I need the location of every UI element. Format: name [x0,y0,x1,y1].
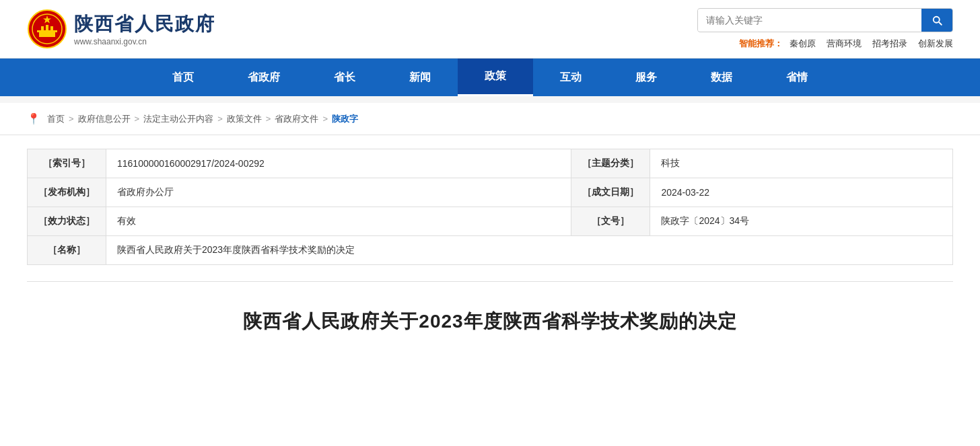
smart-link-3[interactable]: 创新发展 [918,38,953,50]
sub-header-strip [0,96,980,103]
smart-recommend-label: 智能推荐： [739,38,783,50]
main-nav: 首页 省政府 省长 新闻 政策 互动 服务 数据 省情 [0,59,980,96]
content-area: ［索引号］ 116100000160002917/2024-00292 ［主题分… [0,135,980,361]
value-status: 有效 [106,207,571,236]
breadcrumb: 📍 首页 > 政府信息公开 > 法定主动公开内容 > 政策文件 > 省政府文件 … [0,103,980,135]
svg-rect-5 [50,26,53,32]
value-date: 2024-03-22 [650,178,953,207]
logo-area: 陕西省人民政府 www.shaanxi.gov.cn [27,9,215,49]
article-title: 陕西省人民政府关于2023年度陕西省科学技术奖励的决定 [27,295,953,341]
smart-link-1[interactable]: 营商环境 [827,38,862,50]
table-row-index: ［索引号］ 116100000160002917/2024-00292 ［主题分… [28,149,953,178]
search-bar [697,8,953,32]
nav-item-governor[interactable]: 省长 [307,60,382,96]
breadcrumb-home[interactable]: 首页 [47,113,65,125]
nav-item-service[interactable]: 服务 [608,60,684,96]
breadcrumb-sep-3: > [266,114,271,124]
smart-link-2[interactable]: 招考招录 [872,38,907,50]
nav-item-interaction[interactable]: 互动 [533,60,608,96]
breadcrumb-govinfo[interactable]: 政府信息公开 [78,113,131,125]
info-table: ［索引号］ 116100000160002917/2024-00292 ［主题分… [27,149,953,265]
label-theme: ［主题分类］ [571,149,650,178]
table-row-name: ［名称］ 陕西省人民政府关于2023年度陕西省科学技术奖励的决定 [28,236,953,265]
nav-item-government[interactable]: 省政府 [221,60,307,96]
label-name: ［名称］ [28,236,106,265]
breadcrumb-sep-2: > [217,114,223,124]
value-name: 陕西省人民政府关于2023年度陕西省科学技术奖励的决定 [106,236,953,265]
label-docno: ［文号］ [571,207,650,236]
value-publisher: 省政府办公厅 [106,178,571,207]
breadcrumb-provincial-doc[interactable]: 省政府文件 [275,113,318,125]
smart-link-0[interactable]: 秦创原 [790,38,816,50]
location-icon: 📍 [27,112,40,125]
search-icon [931,14,943,26]
nav-item-policy[interactable]: 政策 [458,59,533,96]
svg-rect-2 [39,32,55,37]
label-date: ［成文日期］ [571,178,650,207]
smart-links: 秦创原 营商环境 招考招录 创新发展 [790,38,953,50]
breadcrumb-sep-1: > [135,114,140,124]
breadcrumb-sep-4: > [322,114,328,124]
site-header: 陕西省人民政府 www.shaanxi.gov.cn 智能推荐： 秦创原 营商环… [0,0,980,59]
search-button[interactable] [921,9,952,32]
logo-emblem-icon [27,9,67,49]
nav-item-home[interactable]: 首页 [145,60,221,96]
smart-recommend: 智能推荐： 秦创原 营商环境 招考招录 创新发展 [739,38,953,50]
label-status: ［效力状态］ [28,207,106,236]
nav-item-province[interactable]: 省情 [759,60,835,96]
breadcrumb-current: 陕政字 [332,113,358,125]
site-title: 陕西省人民政府 [74,11,215,37]
table-row-publisher: ［发布机构］ 省政府办公厅 ［成文日期］ 2024-03-22 [28,178,953,207]
breadcrumb-statutory[interactable]: 法定主动公开内容 [143,113,213,125]
value-theme: 科技 [650,149,953,178]
breadcrumb-policy-doc[interactable]: 政策文件 [227,113,262,125]
label-index: ［索引号］ [28,149,106,178]
svg-rect-6 [46,25,48,32]
table-row-status: ［效力状态］ 有效 ［文号］ 陕政字〔2024〕34号 [28,207,953,236]
search-input[interactable] [698,9,921,31]
site-url: www.shaanxi.gov.cn [74,37,215,46]
logo-text: 陕西省人民政府 www.shaanxi.gov.cn [74,11,215,46]
nav-item-data[interactable]: 数据 [684,60,759,96]
value-docno: 陕政字〔2024〕34号 [650,207,953,236]
divider [27,281,953,282]
label-publisher: ［发布机构］ [28,178,106,207]
value-index: 116100000160002917/2024-00292 [106,149,571,178]
breadcrumb-sep-0: > [69,114,74,124]
header-right: 智能推荐： 秦创原 营商环境 招考招录 创新发展 [697,8,953,50]
svg-rect-4 [41,26,44,32]
nav-item-news[interactable]: 新闻 [382,60,458,96]
